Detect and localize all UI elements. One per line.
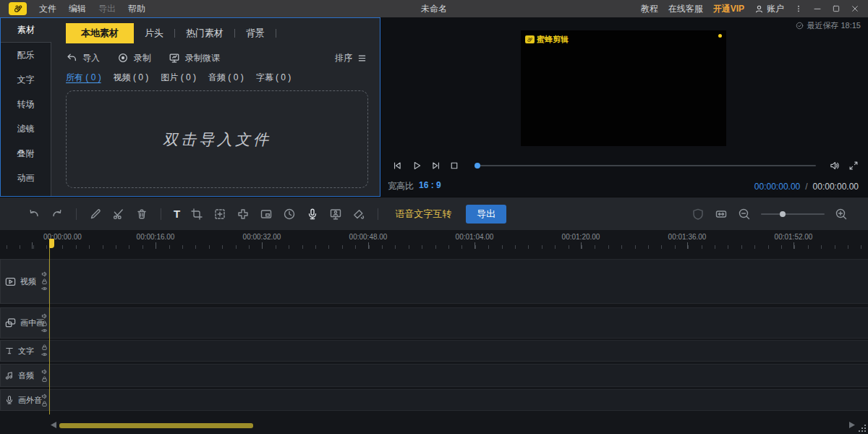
zoom-out-button[interactable] xyxy=(738,208,751,221)
text-visibility-toggle[interactable] xyxy=(41,352,48,358)
pencil-icon xyxy=(89,208,102,221)
minimize-icon xyxy=(813,4,822,13)
tab-background[interactable]: 背景 xyxy=(235,23,276,43)
voiceover-mute-toggle[interactable] xyxy=(41,393,48,400)
mosaic-button[interactable] xyxy=(237,208,250,221)
import-button[interactable]: 导入 xyxy=(66,52,100,64)
sidebar-item-material[interactable]: 素材 xyxy=(1,18,51,43)
audio-track-lane[interactable] xyxy=(49,364,868,387)
crop-button[interactable] xyxy=(190,208,203,221)
video-track-lane[interactable] xyxy=(49,259,868,304)
audio-lock-toggle[interactable] xyxy=(41,376,48,383)
account-label: 账户 xyxy=(767,3,784,15)
sidebar-item-transition[interactable]: 转场 xyxy=(1,92,51,116)
minimize-button[interactable] xyxy=(813,4,822,13)
filter-all[interactable]: 所有 ( 0 ) xyxy=(66,72,101,84)
sort-button[interactable]: 排序 xyxy=(335,52,367,64)
audio-mute-toggle[interactable] xyxy=(41,369,48,375)
pip-visibility-toggle[interactable] xyxy=(41,327,48,333)
voiceover-lock-toggle[interactable] xyxy=(41,401,48,407)
playhead-handle[interactable] xyxy=(49,239,54,248)
guard-button[interactable] xyxy=(692,208,705,221)
text-track-header[interactable]: 文字 xyxy=(0,340,49,362)
tab-hot-material[interactable]: 热门素材 xyxy=(175,23,234,43)
video-track-header[interactable]: 视频 xyxy=(0,259,49,304)
duration-button[interactable] xyxy=(283,208,296,221)
zoom-region-button[interactable] xyxy=(213,208,226,221)
tutorial-link[interactable]: 教程 xyxy=(641,3,658,15)
timeline-zoom-controls xyxy=(692,208,848,221)
pip-track-lane[interactable] xyxy=(49,307,868,339)
more-menu-button[interactable] xyxy=(794,4,803,13)
vip-button[interactable]: 开通VIP xyxy=(713,3,744,15)
filter-subtitle[interactable]: 字幕 ( 0 ) xyxy=(256,72,292,84)
delete-button[interactable] xyxy=(135,208,148,221)
record-button[interactable]: 录制 xyxy=(117,52,151,64)
video-mute-toggle[interactable] xyxy=(41,271,48,278)
tab-intro[interactable]: 片头 xyxy=(134,23,174,43)
redo-button[interactable] xyxy=(51,208,64,221)
zoom-slider[interactable] xyxy=(761,213,825,215)
sidebar-item-animation[interactable]: 动画 xyxy=(1,166,51,190)
speech-text-convert-button[interactable]: 语音文字互转 xyxy=(395,208,451,221)
split-button[interactable] xyxy=(112,208,125,221)
toolbar-divider xyxy=(161,208,161,220)
sidebar-item-music[interactable]: 配乐 xyxy=(1,43,51,67)
close-button[interactable] xyxy=(851,4,859,13)
voiceover-button[interactable] xyxy=(306,208,319,221)
zoom-slider-handle[interactable] xyxy=(780,211,786,217)
seek-handle[interactable] xyxy=(475,163,480,169)
voiceover-track-lane[interactable] xyxy=(49,389,868,411)
scroll-left-button[interactable] xyxy=(51,422,56,428)
redo-icon xyxy=(51,208,64,221)
menu-help[interactable]: 帮助 xyxy=(128,3,145,15)
resize-grip[interactable] xyxy=(858,424,867,433)
video-visibility-toggle[interactable] xyxy=(41,286,48,292)
stop-button[interactable] xyxy=(448,160,460,171)
tab-local-material[interactable]: 本地素材 xyxy=(66,23,134,43)
horizontal-scrollbar-thumb[interactable] xyxy=(59,423,253,428)
undo-button[interactable] xyxy=(27,208,41,221)
seek-track[interactable] xyxy=(475,165,816,166)
sidebar-item-filter[interactable]: 滤镜 xyxy=(1,116,51,141)
fit-timeline-button[interactable] xyxy=(715,208,728,221)
timeline-ruler[interactable]: 00:00:00.00 00:00:16.00 00:00:32.00 00:0… xyxy=(0,230,868,249)
support-link[interactable]: 在线客服 xyxy=(668,3,703,15)
sidebar-item-text[interactable]: 文字 xyxy=(1,67,51,92)
filter-audio[interactable]: 音频 ( 0 ) xyxy=(208,72,244,84)
seek-bar[interactable] xyxy=(475,161,816,170)
text-track-lane[interactable] xyxy=(49,340,868,362)
import-dropzone[interactable]: 双击导入文件 xyxy=(66,90,368,188)
style-button[interactable] xyxy=(352,208,365,221)
pip-button[interactable] xyxy=(260,208,273,221)
pip-mute-toggle[interactable] xyxy=(41,312,48,319)
filter-video[interactable]: 视频 ( 0 ) xyxy=(114,72,149,84)
record-lesson-button[interactable]: 录制微课 xyxy=(169,52,220,64)
maximize-button[interactable] xyxy=(832,4,841,13)
voiceover-track-header[interactable]: 画外音 xyxy=(0,389,49,411)
sidebar-item-overlay[interactable]: 叠附 xyxy=(1,141,51,166)
previous-frame-button[interactable] xyxy=(392,160,404,171)
menu-edit[interactable]: 编辑 xyxy=(69,3,86,15)
zoom-in-button[interactable] xyxy=(835,208,848,221)
menu-file[interactable]: 文件 xyxy=(39,3,56,15)
audio-track-header[interactable]: 音频 xyxy=(0,364,49,387)
video-lock-toggle[interactable] xyxy=(41,278,48,285)
edit-button[interactable] xyxy=(89,208,102,221)
next-frame-button[interactable] xyxy=(430,160,441,171)
add-text-button[interactable]: T xyxy=(174,208,180,219)
scroll-right-button[interactable] xyxy=(849,422,855,428)
account-button[interactable]: 账户 xyxy=(754,3,784,15)
fullscreen-button[interactable] xyxy=(848,160,859,171)
volume-button[interactable] xyxy=(829,160,841,171)
lock-icon xyxy=(41,320,48,326)
aspect-ratio[interactable]: 宽高比 16 : 9 xyxy=(388,180,441,192)
presenter-button[interactable] xyxy=(329,208,342,221)
pip-lock-toggle[interactable] xyxy=(41,320,48,326)
pip-track-header[interactable]: 画中画 xyxy=(0,307,49,339)
play-button[interactable] xyxy=(411,160,422,171)
text-lock-toggle[interactable] xyxy=(41,344,48,351)
export-button[interactable]: 导出 xyxy=(466,205,506,224)
eye-icon xyxy=(41,352,48,358)
filter-image[interactable]: 图片 ( 0 ) xyxy=(161,72,196,84)
